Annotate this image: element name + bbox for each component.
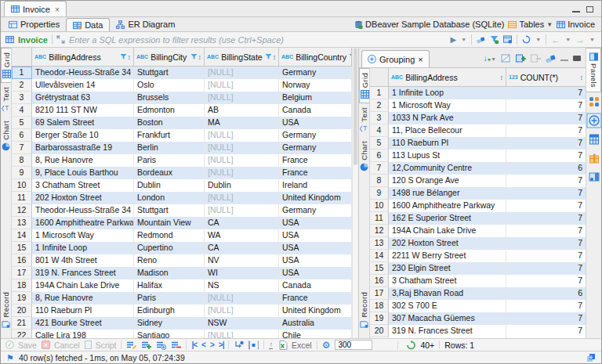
cell[interactable]: AB <box>205 104 279 117</box>
cell[interactable]: 7 <box>506 87 586 99</box>
cell[interactable]: Barbarossastraße 19 <box>32 142 134 154</box>
row-number[interactable]: 10 <box>12 179 32 192</box>
cell[interactable]: Canada <box>279 279 352 292</box>
cell[interactable]: Norway <box>279 79 352 92</box>
row-number[interactable]: 16 <box>12 254 32 267</box>
cell[interactable]: 7 <box>506 137 586 150</box>
row-number[interactable]: 8 <box>370 175 389 187</box>
cell[interactable]: Frankfurt <box>134 129 205 142</box>
panel-icon-value-viewer[interactable] <box>589 96 600 107</box>
result-tab-chart[interactable]: Chart <box>1 117 11 155</box>
cell[interactable]: NS <box>205 279 279 292</box>
cell[interactable]: Stuttgart <box>134 67 205 79</box>
cell[interactable]: USA <box>279 217 352 229</box>
cell[interactable]: 7 <box>506 225 586 237</box>
row-number[interactable]: 21 <box>12 317 32 330</box>
table-row[interactable]: 19307 Macacha Güemes7 <box>370 312 586 325</box>
cell[interactable]: 7 <box>506 237 586 250</box>
cell[interactable]: [NULL] <box>205 305 279 317</box>
row-number[interactable]: 16 <box>370 275 389 287</box>
segment-size-input[interactable] <box>335 340 372 350</box>
row-number[interactable]: 4 <box>12 104 32 117</box>
cell[interactable]: United Kingdom <box>279 305 352 317</box>
row-number[interactable]: 7 <box>12 142 32 154</box>
grid-corner-cell[interactable] <box>12 48 32 67</box>
cell[interactable]: 7 <box>506 275 586 287</box>
table-row[interactable]: 31033 N Park Ave7 <box>370 112 586 124</box>
cell[interactable]: 202 Hoxton Street <box>32 192 134 204</box>
table-row[interactable]: 7Barbarossastraße 19Berlin[NULL]Germany <box>12 142 352 154</box>
row-number[interactable]: 9 <box>370 187 389 200</box>
gear-icon[interactable]: ⚙ <box>322 341 331 350</box>
cell[interactable]: Belgium <box>279 92 352 104</box>
cell[interactable]: 120 S Orange Ave <box>389 175 506 187</box>
vertical-scrollbar[interactable] <box>352 48 358 338</box>
cell[interactable]: 7 <box>506 212 586 225</box>
row-number[interactable]: 2 <box>370 99 389 112</box>
cell[interactable]: 1 Infinite Loop <box>32 242 134 254</box>
row-number[interactable]: 18 <box>12 279 32 292</box>
editor-tab-invoice[interactable]: Invoice × <box>4 1 67 16</box>
cell[interactable]: USA <box>279 117 352 129</box>
cell[interactable]: 3 Chatham Street <box>389 275 506 287</box>
table-row[interactable]: 20319 N. Frances Street7 <box>370 325 586 337</box>
cell[interactable]: 302 S 700 E <box>389 300 506 312</box>
cell[interactable]: Calle Lira 198 <box>32 330 134 338</box>
cell[interactable]: Berger Straße 10 <box>32 129 134 142</box>
column-header-billingcountry[interactable]: ABCBillingCountry↕ <box>279 48 352 67</box>
cell[interactable]: 8210 111 ST NW <box>32 104 134 117</box>
table-row[interactable]: 569 Salem StreetBostonMAUSA <box>12 117 352 129</box>
table-row[interactable]: 12Theodor-Heuss-Straße 34Stuttgart[NULL]… <box>12 204 352 217</box>
row-number[interactable]: 19 <box>12 292 32 305</box>
cell[interactable]: Ullevålsveien 14 <box>32 79 134 92</box>
table-row[interactable]: 18194A Chain Lake DriveHalifaxNSCanada <box>12 279 352 292</box>
cell[interactable]: 113 Lupus St <box>389 150 506 162</box>
cell[interactable]: 6 <box>506 287 586 300</box>
table-row[interactable]: 21 Microsoft Way7 <box>370 99 586 112</box>
cell[interactable]: WI <box>205 267 279 279</box>
cell[interactable]: [NULL] <box>205 67 279 79</box>
panel-icon-references[interactable] <box>589 153 600 164</box>
table-row[interactable]: 8120 S Orange Ave7 <box>370 175 586 187</box>
row-number[interactable]: 17 <box>370 287 389 300</box>
cell[interactable]: 3,Raj Bhavan Road <box>389 287 506 300</box>
result-tab-text[interactable]: Text T <box>1 83 11 117</box>
cell[interactable]: United Kingdom <box>279 192 352 204</box>
cell[interactable]: Boston <box>134 117 205 129</box>
table-row[interactable]: 16801 W 4th StreetRenoNVUSA <box>12 254 352 267</box>
cell[interactable]: [NULL] <box>205 330 279 338</box>
row-number[interactable]: 6 <box>12 129 32 142</box>
cell[interactable]: Berlin <box>134 142 205 154</box>
fetch-all-button[interactable] <box>248 341 259 350</box>
row-number[interactable]: 20 <box>12 305 32 317</box>
cell[interactable]: 1600 Amphitheatre Parkway <box>389 200 506 212</box>
maximize-icon[interactable] <box>586 6 593 13</box>
cell[interactable]: [NULL] <box>205 292 279 305</box>
cell[interactable]: Reno <box>134 254 205 267</box>
cell[interactable]: 162 E Superior Street <box>389 212 506 225</box>
cell[interactable]: 8, Rue Hanovre <box>32 154 134 167</box>
table-row[interactable]: 198, Rue HanovreParis[NULL]France <box>12 292 352 305</box>
grouping-refresh-button[interactable]: 40+ <box>406 341 434 350</box>
filter-settings-icon[interactable] <box>503 35 512 44</box>
cell[interactable]: 7 <box>506 150 586 162</box>
row-number[interactable]: 5 <box>12 117 32 129</box>
cell[interactable]: Theodor-Heuss-Straße 34 <box>32 204 134 217</box>
cell[interactable]: [NULL] <box>205 204 279 217</box>
cell[interactable]: WA <box>205 229 279 242</box>
table-row[interactable]: 2Ullevålsveien 14Oslo[NULL]Norway <box>12 79 352 92</box>
row-number[interactable]: 15 <box>12 242 32 254</box>
panel-minimize-icon[interactable] <box>560 59 568 61</box>
cell[interactable]: 319 N. Frances Street <box>32 267 134 279</box>
cell[interactable]: Germany <box>279 142 352 154</box>
save-button[interactable]: ✓ Save <box>5 341 37 350</box>
cell[interactable]: Brussels <box>134 92 205 104</box>
table-row[interactable]: 411, Place Bellecour7 <box>370 124 586 137</box>
row-number[interactable]: 20 <box>370 325 389 337</box>
grid-corner-cell[interactable] <box>370 68 389 87</box>
first-row-button[interactable]: |< <box>191 341 197 349</box>
table-row[interactable]: 18302 S 700 E7 <box>370 300 586 312</box>
forward-arrow-icon[interactable]: → <box>575 34 585 45</box>
cell[interactable]: 307 Macacha Güemes <box>389 312 506 325</box>
cell[interactable]: Germany <box>279 204 352 217</box>
